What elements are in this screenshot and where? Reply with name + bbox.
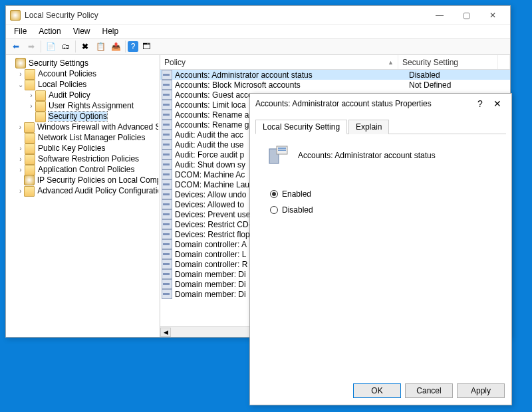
policy-item-icon [162, 249, 172, 259]
scroll-left-icon[interactable]: ◀ [160, 328, 171, 337]
tree-item-label: Application Control Policies [38, 165, 134, 174]
apply-button[interactable]: Apply [457, 383, 505, 398]
policy-item-icon [162, 90, 172, 100]
expand-icon[interactable]: › [27, 92, 35, 99]
forward-arrow-icon: ➡ [24, 39, 39, 54]
ok-button[interactable]: OK [353, 383, 401, 398]
policy-item-icon [162, 209, 172, 219]
tab-content: Accounts: Administrator account status E… [255, 134, 506, 232]
tab-explain[interactable]: Explain [348, 120, 389, 134]
policy-item-icon [162, 239, 172, 249]
policy-item-icon [162, 219, 172, 229]
policy-name: Accounts: Administrator account status [175, 70, 409, 80]
policy-large-icon [267, 145, 289, 166]
help-icon[interactable]: ? [128, 41, 138, 52]
column-setting[interactable]: Security Setting [398, 55, 498, 69]
tree-item[interactable]: ›Software Restriction Policies [6, 154, 160, 164]
tree-item-label: Software Restriction Policies [38, 154, 139, 163]
radio-button-icon [270, 190, 278, 198]
cancel-button[interactable]: Cancel [405, 383, 453, 398]
radio-disabled-label: Disabled [282, 205, 313, 215]
title-bar[interactable]: Local Security Policy — ▢ ✕ [6, 6, 510, 25]
menu-file[interactable]: File [9, 25, 32, 37]
policy-item-icon [162, 169, 172, 179]
tree-item-label: Windows Firewall with Advanced Sec [37, 122, 158, 132]
dialog-help-button[interactable]: ? [471, 98, 489, 109]
tab-local-security-setting[interactable]: Local Security Setting [255, 120, 347, 134]
dialog-close-button[interactable]: ✕ [489, 98, 506, 109]
tree-item[interactable]: ›Audit Policy [6, 90, 160, 100]
expand-icon[interactable]: › [17, 187, 24, 195]
policy-item-icon [162, 80, 172, 90]
tree-item[interactable]: ›Windows Firewall with Advanced Sec [6, 122, 160, 132]
app-icon [10, 10, 21, 21]
toolbar-separator [125, 41, 126, 52]
minimize-button[interactable]: — [426, 9, 453, 22]
folder-icon [35, 101, 46, 112]
svg-rect-2 [278, 148, 286, 149]
back-arrow-icon[interactable]: ⬅ [9, 39, 23, 54]
policy-item-icon [162, 189, 172, 199]
delete-icon[interactable]: ✖ [78, 39, 92, 54]
dialog-title-bar[interactable]: Accounts: Administrator account status P… [250, 94, 511, 114]
policy-setting: Disabled [409, 70, 509, 80]
export-list-icon[interactable]: 📤 [108, 39, 123, 54]
tree-item[interactable]: Security Options [6, 111, 160, 122]
tree-item-label: Advanced Audit Policy Configuration [37, 186, 158, 195]
folder-icon [25, 69, 35, 80]
policy-item-icon [162, 229, 172, 239]
tree-pane[interactable]: Security Settings ›Account Policies⌄Loca… [6, 55, 160, 337]
menu-action[interactable]: Action [33, 25, 66, 37]
maximize-button[interactable]: ▢ [453, 9, 479, 22]
dialog-tabs: Local Security Setting Explain Accounts:… [250, 114, 511, 232]
policy-item-icon [162, 110, 172, 120]
menu-view[interactable]: View [68, 25, 96, 37]
column-scrollbar-spacer [498, 55, 510, 69]
expand-icon[interactable]: ⌄ [17, 81, 25, 88]
expand-icon[interactable]: › [17, 70, 25, 78]
menu-bar: File Action View Help [6, 25, 510, 38]
close-button[interactable]: ✕ [479, 9, 506, 22]
radio-enabled[interactable]: Enabled [270, 189, 494, 199]
policy-item-icon [162, 279, 172, 289]
tree-item[interactable]: Network List Manager Policies [6, 132, 160, 143]
tree-item[interactable]: ›Application Control Policies [6, 164, 160, 175]
folder-icon [25, 165, 35, 175]
expand-icon[interactable]: › [17, 166, 25, 173]
expand-icon[interactable]: › [27, 102, 35, 110]
tree-item-label: Security Options [49, 112, 107, 121]
column-policy[interactable]: Policy ▲ [160, 55, 398, 69]
policy-row[interactable]: Accounts: Block Microsoft accountsNot De… [160, 80, 510, 90]
properties-icon[interactable]: 🗂 [59, 39, 73, 54]
expand-icon[interactable]: › [17, 145, 25, 152]
folder-icon [24, 122, 35, 133]
tree-item[interactable]: ›Advanced Audit Policy Configuration [6, 185, 160, 196]
tree-item-label: User Rights Assignment [49, 101, 134, 110]
view-icon[interactable]: 🗔 [139, 39, 154, 54]
folder-icon [25, 80, 35, 90]
expand-icon[interactable]: › [17, 124, 24, 131]
dialog-title: Accounts: Administrator account status P… [255, 99, 471, 108]
column-setting-label: Security Setting [402, 58, 458, 67]
policy-row[interactable]: Accounts: Administrator account statusDi… [160, 70, 510, 80]
tree-item[interactable]: ⌄Local Policies [6, 79, 160, 90]
tree-item[interactable]: ›User Rights Assignment [6, 100, 160, 111]
list-header: Policy ▲ Security Setting [160, 55, 510, 70]
tree-item-label: Network List Manager Policies [38, 133, 145, 142]
tree-item-label: IP Security Policies on Local Compute [37, 175, 158, 185]
folder-icon [24, 186, 35, 197]
radio-button-icon [270, 206, 278, 214]
radio-disabled[interactable]: Disabled [270, 205, 494, 215]
tree-item[interactable]: ›Public Key Policies [6, 143, 160, 154]
tree-root[interactable]: Security Settings [6, 58, 160, 68]
menu-help[interactable]: Help [97, 25, 124, 37]
up-level-icon[interactable]: 📄 [43, 39, 58, 54]
tree-item[interactable]: IP Security Policies on Local Compute [6, 175, 160, 185]
radio-group: Enabled Disabled [270, 189, 494, 215]
refresh-icon[interactable]: 📋 [93, 39, 108, 54]
tree-item-label: Audit Policy [49, 90, 90, 100]
policy-item-icon [162, 140, 172, 150]
window-title: Local Security Policy [25, 11, 426, 20]
tree-item[interactable]: ›Account Policies [6, 68, 160, 79]
expand-icon[interactable]: › [17, 155, 25, 163]
